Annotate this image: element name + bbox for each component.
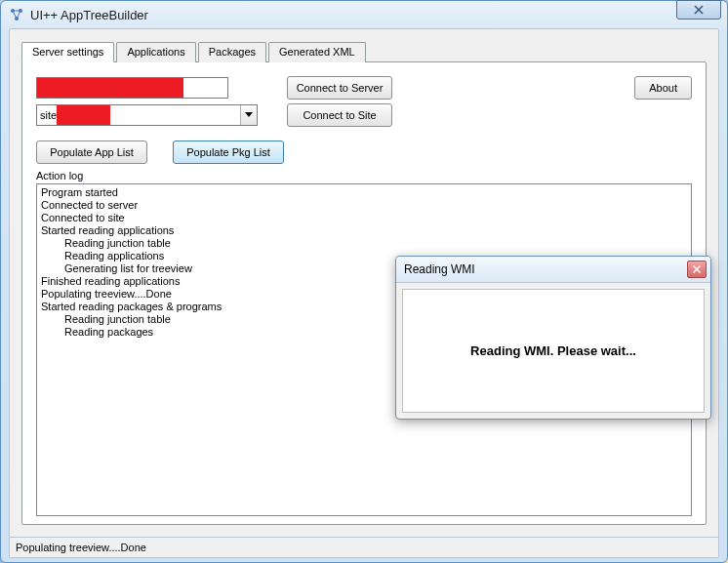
about-button[interactable]: About [634,76,692,100]
reading-wmi-dialog: Reading WMI Reading WMI. Please wait... [395,256,711,420]
dialog-titlebar[interactable]: Reading WMI [396,257,710,283]
log-line: Connected to server [41,199,687,212]
redacted-server-value [37,78,183,98]
tab-generated-xml[interactable]: Generated XML [268,42,366,62]
site-value: site [37,109,57,121]
tabstrip: Server settings Applications Packages Ge… [21,41,707,61]
tab-server-settings[interactable]: Server settings [21,42,114,62]
close-icon [694,5,704,15]
statusbar: Populating treeview....Done [10,537,718,557]
log-line: Started reading applications [41,224,687,237]
populate-pkg-list-button[interactable]: Populate Pkg List [173,141,284,164]
tab-packages[interactable]: Packages [198,42,266,62]
log-line: Program started [41,186,687,199]
window-title: UI++ AppTreeBuilder [30,8,676,22]
status-text: Populating treeview....Done [16,542,146,553]
populate-app-list-button[interactable]: Populate App List [36,141,147,164]
titlebar[interactable]: UI++ AppTreeBuilder [1,1,727,28]
desktop-background: UI++ AppTreeBuilder Server settings Appl… [0,0,728,563]
connect-site-button[interactable]: Connect to Site [287,103,392,127]
chevron-down-icon [245,112,253,118]
dialog-title: Reading WMI [404,262,687,276]
window-close-button[interactable] [676,0,721,20]
server-input[interactable] [36,77,228,99]
svg-line-4 [13,11,17,19]
log-line: Connected to site [41,212,687,224]
connect-server-button[interactable]: Connect to Server [287,76,392,100]
log-line: Reading junction table [41,237,687,250]
action-log-label: Action log [36,170,692,181]
app-icon [9,7,24,22]
dialog-message: Reading WMI. Please wait... [470,343,636,358]
dropdown-button[interactable] [240,105,257,125]
redacted-site-value [57,105,110,125]
tab-applications[interactable]: Applications [116,42,195,62]
svg-marker-8 [245,112,253,117]
dialog-body: Reading WMI. Please wait... [402,289,705,413]
svg-line-5 [17,11,20,19]
close-icon [693,265,701,273]
site-combobox[interactable]: site [36,104,258,126]
dialog-close-button[interactable] [687,261,707,278]
